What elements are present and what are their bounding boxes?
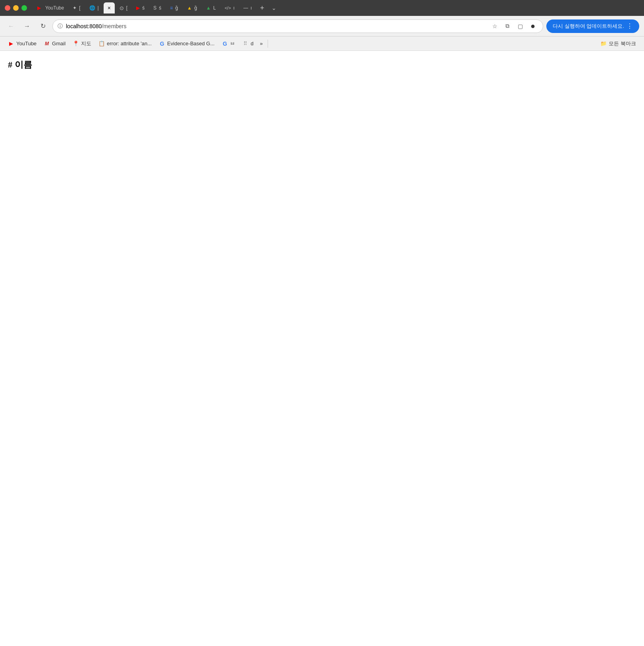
page-content: # 이름	[0, 51, 644, 646]
code-tab-icon: </>	[225, 6, 231, 10]
bookmarks-folder[interactable]: 📁 모든 북마크	[597, 39, 639, 49]
drive1-tab-icon: ▲	[187, 5, 192, 11]
s-tab-icon: S	[153, 5, 156, 11]
protocol-icon: ⓘ	[58, 23, 63, 30]
update-button[interactable]: 다시 실행하여 업데이트하세요. ⋮	[546, 19, 639, 33]
tab-code[interactable]: </> ı	[221, 2, 239, 14]
tab-github[interactable]: ⊙ [	[116, 2, 131, 14]
bookmark-maps-label: 지도	[81, 40, 91, 47]
g2-bookmark-icon: G	[222, 41, 228, 47]
bookmark-youtube[interactable]: ▶ YouTube	[5, 39, 40, 49]
globe-tab-icon: 🌐	[89, 5, 95, 11]
tab-youtube[interactable]: ▶ YouTube	[33, 2, 68, 14]
bookmark-d-label: d	[251, 41, 253, 46]
tab-sparkle[interactable]: ✦ [	[69, 2, 84, 14]
tab-drive1-label: ǧ	[194, 5, 197, 11]
folder-label: 모든 북마크	[609, 40, 636, 47]
titlebar: ▶ YouTube ✦ [ 🌐 | × ⊙ [ ▶ ś S ś	[0, 0, 644, 16]
tab-github-label: [	[126, 5, 127, 11]
forward-button[interactable]: →	[21, 20, 33, 33]
tab-active-close[interactable]: ×	[108, 5, 111, 11]
tab-menu-button[interactable]: ⌄	[268, 2, 280, 14]
address-bar[interactable]: ⓘ localhost:8080/members ☆ ⧉ ▢ ●	[52, 19, 543, 33]
close-button[interactable]	[5, 5, 10, 11]
gmail-bookmark-icon: M	[44, 41, 50, 47]
bookmark-error-label: error: attribute 'an...	[107, 41, 152, 46]
tab-code-label: ı	[233, 5, 235, 11]
traffic-lights	[5, 5, 27, 11]
error-bookmark-icon: 📋	[98, 41, 105, 47]
tab-active[interactable]: ×	[104, 2, 115, 14]
tab-bar: ▶ YouTube ✦ [ 🌐 | × ⊙ [ ▶ ś S ś	[33, 2, 639, 14]
more-icon: »	[260, 41, 263, 46]
sparkle-tab-icon: ✦	[73, 5, 77, 11]
drive2-tab-icon: ▲	[206, 5, 211, 11]
bookmark-g2-label: ㅂ	[230, 40, 235, 47]
tab-drive2[interactable]: ▲ L	[202, 2, 220, 14]
url-path: /members	[102, 23, 126, 29]
tab-s[interactable]: S ś	[149, 2, 165, 14]
tab-drive2-label: L	[213, 5, 216, 11]
evidence-bookmark-icon: G	[159, 41, 165, 47]
d-bookmark-icon: ⠿	[242, 41, 249, 47]
minimize-button[interactable]	[13, 5, 19, 11]
profile-icon[interactable]: ●	[528, 21, 538, 31]
bookmarks-separator	[268, 40, 268, 48]
url-host: localhost:8080	[66, 23, 102, 29]
youtube-bookmark-icon: ▶	[8, 41, 14, 47]
tab-youtube-label: YouTube	[45, 5, 64, 11]
bookmarks-bar: ▶ YouTube M Gmail 📍 지도 📋 error: attribut…	[0, 37, 644, 51]
navbar: ← → ↻ ⓘ localhost:8080/members ☆ ⧉ ▢ ● 다…	[0, 16, 644, 37]
bookmark-evidence-label: Evidence-Based G...	[167, 41, 214, 46]
tab-s-label: ś	[159, 5, 161, 11]
dash-tab-icon: —	[243, 5, 248, 11]
tab-doc[interactable]: ≡ ǧ	[166, 2, 182, 14]
maps-bookmark-icon: 📍	[73, 41, 79, 47]
url-text: localhost:8080/members	[66, 23, 486, 29]
tab-dash[interactable]: — ı	[239, 2, 256, 14]
bookmark-maps[interactable]: 📍 지도	[69, 39, 94, 49]
yt2-tab-icon: ▶	[136, 5, 140, 11]
extensions-icon[interactable]: ⧉	[502, 21, 513, 31]
bookmark-gmail[interactable]: M Gmail	[40, 39, 69, 49]
reload-button[interactable]: ↻	[37, 20, 49, 33]
new-tab-button[interactable]: +	[256, 2, 268, 14]
update-menu-icon: ⋮	[627, 22, 633, 30]
bookmark-evidence[interactable]: G Evidence-Based G...	[156, 39, 218, 49]
bookmark-d[interactable]: ⠿ d	[239, 39, 256, 49]
tab-yt2[interactable]: ▶ ś	[132, 2, 148, 14]
bookmark-g2[interactable]: G ㅂ	[218, 39, 238, 49]
bookmark-gmail-label: Gmail	[52, 41, 66, 46]
bookmarks-more-button[interactable]: »	[258, 39, 265, 49]
tab-doc-label: ǧ	[175, 5, 178, 11]
github-tab-icon: ⊙	[120, 5, 124, 11]
tab-globe[interactable]: 🌐 |	[85, 2, 103, 14]
bookmark-error[interactable]: 📋 error: attribute 'an...	[95, 39, 155, 49]
tab-view-icon[interactable]: ▢	[515, 21, 525, 31]
tab-drive1[interactable]: ▲ ǧ	[183, 2, 201, 14]
folder-icon: 📁	[600, 41, 607, 47]
page-heading: # 이름	[8, 59, 636, 71]
address-bar-icons: ☆ ⧉ ▢ ●	[490, 21, 538, 31]
youtube-tab-icon: ▶	[37, 5, 43, 11]
doc-tab-icon: ≡	[170, 5, 173, 11]
tab-globe-label: |	[98, 5, 99, 11]
star-icon[interactable]: ☆	[490, 21, 500, 31]
tab-dash-label: ı	[251, 5, 252, 11]
bookmark-youtube-label: YouTube	[16, 41, 37, 46]
update-button-label: 다시 실행하여 업데이트하세요.	[553, 23, 624, 30]
tab-sparkle-label: [	[79, 5, 80, 11]
back-button[interactable]: ←	[5, 20, 17, 33]
maximize-button[interactable]	[21, 5, 27, 11]
tab-yt2-label: ś	[142, 5, 145, 11]
